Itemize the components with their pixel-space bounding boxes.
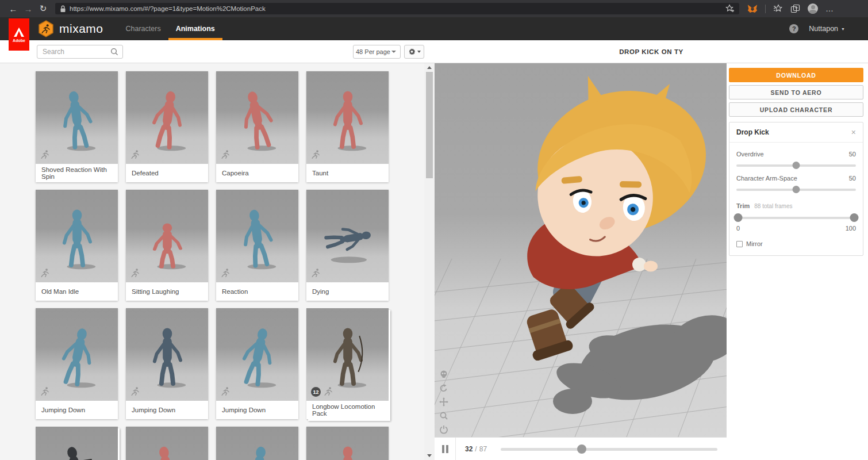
zoom-icon[interactable] <box>439 411 448 420</box>
rotate-icon[interactable] <box>439 384 448 393</box>
gear-icon <box>408 48 416 55</box>
animation-card[interactable]: Defeated <box>126 71 208 182</box>
lock-icon <box>60 5 66 13</box>
main-nav: Characters Animations <box>118 17 222 40</box>
overdrive-label: Overdrive <box>736 151 764 158</box>
animation-thumbnail <box>306 427 389 460</box>
motion-icon <box>130 268 140 278</box>
armspace-slider[interactable] <box>736 186 856 193</box>
power-icon[interactable] <box>439 425 448 434</box>
armspace-thumb[interactable] <box>793 186 800 193</box>
viewport-controls <box>439 370 448 448</box>
armspace-value: 50 <box>849 175 856 182</box>
animation-card[interactable]: Taunt <box>306 71 389 182</box>
animation-card[interactable]: Jumping Down <box>216 308 298 419</box>
animation-name: Old Man Idle <box>36 282 118 301</box>
pan-icon[interactable] <box>439 397 448 407</box>
close-icon[interactable]: × <box>851 128 856 136</box>
overdrive-slider[interactable] <box>736 162 856 169</box>
motion-icon <box>40 386 50 396</box>
animation-card[interactable]: Capoeira <box>216 71 298 182</box>
scroll-up-icon[interactable] <box>424 63 435 72</box>
character-preview <box>435 63 727 437</box>
trim-slider[interactable] <box>736 213 856 222</box>
animation-card[interactable]: Shoved Reaction With Spin <box>36 71 118 182</box>
animation-thumbnail: 12 <box>306 308 389 401</box>
animation-thumbnail <box>216 308 298 401</box>
trim-end-thumb[interactable] <box>850 213 858 222</box>
adobe-logo: Adobe <box>9 18 29 51</box>
tab-characters[interactable]: Characters <box>118 17 168 40</box>
animation-pack-card[interactable]: 12 Longbow Locomotion Pack <box>306 308 389 419</box>
toolbar-divider <box>765 5 766 13</box>
trim-start-thumb[interactable] <box>734 213 743 222</box>
back-icon[interactable]: ← <box>6 2 21 15</box>
overdrive-value: 50 <box>849 151 856 158</box>
animation-name: Jumping Down <box>126 401 208 419</box>
tab-animations[interactable]: Animations <box>168 17 222 40</box>
animation-name: Taunt <box>306 164 389 182</box>
pause-button[interactable] <box>435 438 455 460</box>
search-input[interactable] <box>41 47 110 56</box>
motion-icon <box>221 150 231 159</box>
motion-icon <box>130 150 140 159</box>
chevron-down-icon: ▼ <box>841 27 845 31</box>
animation-thumbnail <box>126 308 208 401</box>
overdrive-thumb[interactable] <box>793 162 800 169</box>
mirror-checkbox[interactable] <box>736 241 743 247</box>
animation-card[interactable]: Sitting Laughing <box>126 190 208 301</box>
scrollbar-thumb[interactable] <box>426 72 433 178</box>
send-to-aero-button[interactable]: SEND TO AERO <box>729 85 863 99</box>
favorites-icon[interactable] <box>773 4 783 13</box>
viewer-header: DROP KICK ON TY <box>435 40 868 63</box>
address-bar[interactable]: https://www.mixamo.com/#/?page=1&type=Mo… <box>55 3 739 14</box>
animation-card[interactable]: Jumping Down <box>36 308 118 419</box>
profile-avatar[interactable] <box>808 3 818 14</box>
animation-thumbnail <box>36 190 118 282</box>
metamask-extension-icon[interactable] <box>747 4 758 14</box>
help-icon[interactable]: ? <box>789 24 798 33</box>
list-scrollbar[interactable] <box>424 63 435 460</box>
add-favorite-icon[interactable] <box>725 4 735 13</box>
animation-card[interactable]: Jumping Down <box>126 308 208 419</box>
forward-icon[interactable]: → <box>21 2 36 15</box>
right-sidebar: DOWNLOAD SEND TO AERO UPLOAD CHARACTER D… <box>727 63 868 460</box>
download-button[interactable]: DOWNLOAD <box>729 68 863 82</box>
animation-thumbnail <box>36 71 118 164</box>
animation-card[interactable]: Old Man Idle <box>36 190 118 301</box>
trim-max-value: 100 <box>846 225 856 232</box>
trim-label: Trim <box>736 202 750 209</box>
reload-icon[interactable]: ↻ <box>36 2 51 15</box>
animation-thumbnail <box>36 427 118 460</box>
3d-viewport[interactable]: 32 / 87 <box>435 63 727 460</box>
animation-name: Shoved Reaction With Spin <box>36 164 118 182</box>
scroll-down-icon[interactable] <box>424 451 435 460</box>
animation-pack-card[interactable] <box>36 427 118 460</box>
animation-card[interactable] <box>126 427 208 460</box>
timeline-slider[interactable] <box>501 444 717 454</box>
timeline-thumb[interactable] <box>577 444 586 454</box>
browser-menu-icon[interactable]: … <box>825 4 834 13</box>
animation-card[interactable]: Reaction <box>216 190 298 301</box>
skull-icon[interactable] <box>439 370 448 379</box>
motion-icon <box>311 150 321 159</box>
user-menu[interactable]: Nuttapon ▼ <box>809 25 845 33</box>
animation-card[interactable] <box>306 427 389 460</box>
animation-name: Longbow Locomotion Pack <box>306 401 389 419</box>
username: Nuttapon <box>809 25 838 33</box>
animation-thumbnail <box>126 427 208 460</box>
mixamo-logo[interactable]: mixamo <box>38 17 103 40</box>
animation-thumbnail <box>126 190 208 282</box>
mirror-label: Mirror <box>746 240 763 247</box>
animation-thumbnail <box>216 190 298 282</box>
armspace-label: Character Arm-Space <box>736 175 797 182</box>
upload-character-button[interactable]: UPLOAD CHARACTER <box>729 102 863 117</box>
settings-button[interactable] <box>404 45 424 59</box>
animation-card[interactable]: Dying <box>306 190 389 301</box>
animation-card[interactable] <box>216 427 298 460</box>
search-box[interactable] <box>37 45 123 59</box>
animation-thumbnail <box>306 190 389 282</box>
collections-icon[interactable] <box>790 4 800 13</box>
animation-thumbnail <box>36 308 118 401</box>
per-page-select[interactable]: 48 Per page <box>353 45 401 59</box>
